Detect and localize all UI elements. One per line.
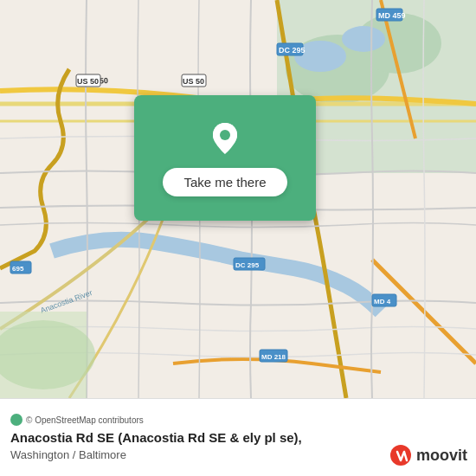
moovit-icon bbox=[389, 443, 413, 467]
osm-logo-icon bbox=[10, 414, 23, 426]
bottom-bar: © OpenStreetMap contributors Anacostia R… bbox=[0, 398, 476, 476]
svg-text:MD 459: MD 459 bbox=[378, 11, 406, 20]
svg-text:DC 295: DC 295 bbox=[235, 261, 260, 269]
location-pin-icon bbox=[206, 119, 244, 158]
svg-point-27 bbox=[220, 130, 230, 140]
popup-card: Take me there bbox=[134, 95, 316, 221]
svg-point-28 bbox=[390, 445, 411, 466]
svg-text:MD 218: MD 218 bbox=[261, 353, 286, 361]
osm-credit-text: © OpenStreetMap contributors bbox=[26, 415, 144, 425]
svg-text:MD 4: MD 4 bbox=[374, 298, 391, 306]
svg-text:DC 295: DC 295 bbox=[279, 46, 306, 55]
moovit-logo: moovit bbox=[389, 443, 467, 467]
svg-text:695: 695 bbox=[12, 265, 24, 273]
svg-text:US 50: US 50 bbox=[183, 77, 204, 86]
osm-credit: © OpenStreetMap contributors bbox=[10, 414, 466, 426]
map-container: US 50 US 50 US 50 DC 295 MD 459 695 DC 2… bbox=[0, 0, 476, 398]
take-me-there-button[interactable]: Take me there bbox=[163, 168, 286, 196]
svg-point-5 bbox=[342, 26, 385, 52]
moovit-label: moovit bbox=[416, 447, 467, 465]
svg-text:US 50: US 50 bbox=[77, 77, 99, 86]
